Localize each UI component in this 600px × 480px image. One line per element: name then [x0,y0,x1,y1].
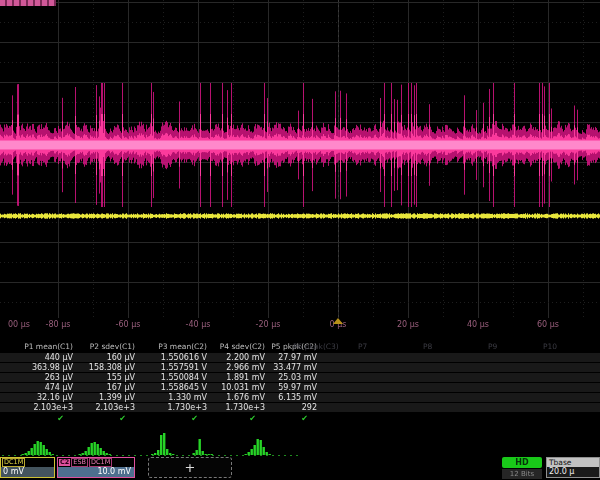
stat-value: 6.135 mV [268,393,320,402]
stat-value: 1.330 mV [138,393,210,402]
stat-value: 27.97 mV [268,353,320,362]
hd-bits-label: 12 Bits [502,469,542,479]
time-axis-label: 00 µs [8,320,30,329]
stat-value: 2.966 mV [210,363,268,372]
stat-value: 363.98 µV [0,363,76,372]
status-check-icon: ✔ [0,414,76,424]
param-header-p10[interactable]: P10 [543,342,557,351]
stats-row-sdev: 32.16 µV 1.399 µV 1.330 mV 1.676 mV 6.13… [0,393,600,402]
param-header-p2[interactable]: P2 sdev(C1) [76,342,138,351]
param-header-p1[interactable]: P1 mean(C1) [0,342,76,351]
time-axis: 00 µs -80 µs -60 µs -40 µs -20 µs 0 µs 2… [0,317,600,333]
stat-value: 1.891 mV [210,373,268,382]
timebase-label: Tbase [547,458,599,467]
plus-icon: + [185,460,196,475]
time-axis-label: 20 µs [397,320,419,329]
add-trace-button[interactable]: + [148,457,232,478]
param-header-p4[interactable]: P4 sdev(C2) [210,342,268,351]
time-axis-label: 60 µs [537,320,559,329]
stat-value: 1.730e+3 [210,403,268,412]
waveform-display[interactable] [0,0,600,318]
stat-value: 474 µV [0,383,76,392]
stat-value: 167 µV [76,383,138,392]
stat-value: 1.558645 V [138,383,210,392]
hd-mode-badge[interactable]: HD [502,457,542,468]
c2-scale: 10.0 mV [58,467,134,477]
stat-value: 155 µV [76,373,138,382]
stat-value: 1.730e+3 [138,403,210,412]
c2-coupling-chip: DC1M [89,458,112,467]
status-check-icon: ✔ [76,414,138,424]
stat-value: 32.16 µV [0,393,76,402]
histicons-strip[interactable] [0,430,600,458]
channel-c1-descriptor[interactable]: DC1M 0 mV [0,457,55,478]
descriptor-row: DC1M 0 mV C2 ESB DC1M 10.0 mV + HD 12 Bi… [0,457,600,480]
oscilloscope-screen: 00 µs -80 µs -60 µs -40 µs -20 µs 0 µs 2… [0,0,600,480]
time-axis-label: -60 µs [116,320,141,329]
stat-value: 1.399 µV [76,393,138,402]
stats-row-value: 440 µV 160 µV 1.550616 V 2.200 mV 27.97 … [0,353,600,362]
timebase-value: 20.0 µ [547,467,599,477]
stats-row-mean: 363.98 µV 158.308 µV 1.557591 V 2.966 mV… [0,363,600,372]
stat-value: 59.97 mV [268,383,320,392]
time-axis-label: -20 µs [256,320,281,329]
stat-value: 1.550616 V [138,353,210,362]
measurement-table: P1 mean(C1) P2 sdev(C1) P3 mean(C2) P4 s… [0,342,600,426]
status-check-icon: ✔ [268,414,320,424]
top-left-badge [0,0,56,6]
stat-value: 158.308 µV [76,363,138,372]
stat-value: 25.03 mV [268,373,320,382]
param-header-p9[interactable]: P9 [488,342,497,351]
stat-value: 292 [268,403,320,412]
time-axis-label: 40 µs [467,320,489,329]
status-check-icon: ✔ [138,414,210,424]
time-axis-label: -40 µs [186,320,211,329]
stats-row-num: 2.103e+3 2.103e+3 1.730e+3 1.730e+3 292 [0,403,600,412]
stats-row-min: 263 µV 155 µV 1.550084 V 1.891 mV 25.03 … [0,373,600,382]
stat-value: 33.477 mV [268,363,320,372]
stat-value: 440 µV [0,353,76,362]
stat-value: 1.676 mV [210,393,268,402]
stat-value: 263 µV [0,373,76,382]
stat-value: 160 µV [76,353,138,362]
stat-value: 2.103e+3 [0,403,76,412]
c2-bandwidth-chip: ESB [71,458,88,467]
param-header-p6[interactable]: P6 pkpk(C3) [293,342,339,351]
c1-scale: 0 mV [1,467,54,477]
stats-row-status: ✔ ✔ ✔ ✔ ✔ [0,414,600,426]
measurement-header-row: P1 mean(C1) P2 sdev(C1) P3 mean(C2) P4 s… [0,342,600,353]
param-header-p8[interactable]: P8 [423,342,432,351]
param-header-p7[interactable]: P7 [358,342,367,351]
stat-value: 2.200 mV [210,353,268,362]
c2-channel-chip: C2 [59,459,70,466]
trigger-position-marker[interactable] [333,318,343,324]
status-check-icon: ✔ [210,414,268,424]
stats-row-max: 474 µV 167 µV 1.558645 V 10.031 mV 59.97… [0,383,600,392]
channel-c2-descriptor[interactable]: C2 ESB DC1M 10.0 mV [57,457,135,478]
time-axis-label: -80 µs [46,320,71,329]
timebase-descriptor[interactable]: Tbase 20.0 µ [546,457,600,478]
stat-value: 10.031 mV [210,383,268,392]
stat-value: 1.557591 V [138,363,210,372]
c1-coupling-chip: DC1M [2,458,25,467]
stat-value: 2.103e+3 [76,403,138,412]
param-header-p3[interactable]: P3 mean(C2) [138,342,210,351]
stat-value: 1.550084 V [138,373,210,382]
